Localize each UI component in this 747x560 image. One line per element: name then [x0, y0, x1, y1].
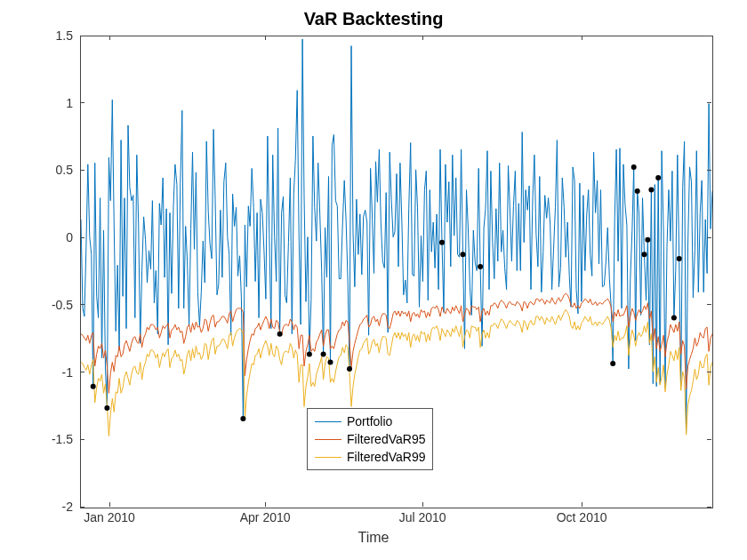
violation-dot — [677, 256, 682, 261]
violation-dot — [328, 360, 333, 365]
x-tick — [582, 36, 582, 40]
y-tick — [707, 304, 711, 305]
x-tick — [109, 502, 110, 507]
legend-box: Portfolio FilteredVaR95 FilteredVaR99 — [307, 408, 433, 470]
y-tick — [80, 102, 84, 103]
chart-title: VaR Backtesting — [0, 9, 747, 29]
x-tick-label: Apr 2010 — [240, 510, 291, 524]
y-tick-label: -1.5 — [20, 432, 73, 446]
y-tick — [80, 170, 84, 171]
y-tick — [707, 507, 711, 508]
violation-dot — [240, 416, 245, 421]
y-tick — [707, 102, 711, 103]
x-tick — [582, 502, 582, 507]
y-tick — [80, 507, 84, 508]
violation-dot — [631, 164, 637, 170]
y-tick — [80, 237, 84, 238]
y-tick-label: 0.5 — [20, 163, 73, 177]
y-tick — [707, 170, 711, 171]
y-tick-label: -2 — [20, 500, 73, 514]
x-axis-label: Time — [0, 530, 747, 546]
violation-dot — [277, 332, 283, 337]
violation-dot — [91, 384, 96, 389]
violation-dot — [321, 351, 326, 356]
y-tick — [707, 372, 711, 372]
violation-dot — [642, 252, 647, 257]
legend-label: Portfolio — [347, 414, 392, 428]
y-tick — [707, 439, 711, 440]
x-tick — [422, 36, 423, 40]
y-tick — [80, 36, 84, 36]
x-tick — [109, 36, 110, 40]
series-line-0 — [81, 39, 712, 432]
legend-label: FilteredVaR99 — [347, 450, 425, 464]
y-tick-label: 1 — [20, 96, 73, 110]
x-tick-label: Jul 2010 — [399, 510, 446, 524]
violation-dot — [645, 237, 650, 243]
violation-dot — [307, 351, 312, 356]
y-tick — [707, 36, 711, 36]
y-tick — [80, 304, 84, 305]
y-tick-label: 0 — [20, 230, 73, 244]
y-tick-label: 1.5 — [20, 28, 73, 43]
violation-dot — [478, 264, 483, 269]
violation-dot — [671, 316, 677, 321]
x-tick-label: Oct 2010 — [557, 510, 607, 524]
legend-swatch-var95 — [315, 439, 341, 440]
x-tick — [265, 36, 266, 40]
legend-swatch-portfolio — [315, 421, 341, 422]
legend-label: FilteredVaR95 — [347, 432, 425, 446]
violation-dot — [635, 188, 640, 194]
x-tick-label: Jan 2010 — [84, 510, 135, 524]
series-line-1 — [81, 293, 712, 393]
violation-dot — [655, 175, 661, 180]
chart-container: VaR Backtesting Time Portfolio FilteredV… — [0, 0, 747, 560]
y-tick-label: -0.5 — [20, 298, 73, 312]
y-tick-label: -1 — [20, 365, 73, 380]
legend-entry-var99: FilteredVaR99 — [315, 448, 425, 466]
violation-dot — [347, 366, 352, 372]
legend-entry-portfolio: Portfolio — [315, 412, 425, 430]
violation-dot — [461, 252, 466, 257]
y-tick — [707, 237, 711, 238]
y-tick — [80, 439, 84, 440]
x-tick — [265, 502, 266, 507]
violation-dot — [610, 361, 615, 366]
violation-dot — [439, 240, 445, 245]
y-tick — [80, 372, 84, 372]
x-tick — [422, 502, 423, 507]
violation-dot — [104, 405, 109, 411]
legend-entry-var95: FilteredVaR95 — [315, 430, 425, 448]
violation-dot — [648, 188, 654, 193]
legend-swatch-var99 — [315, 457, 341, 458]
